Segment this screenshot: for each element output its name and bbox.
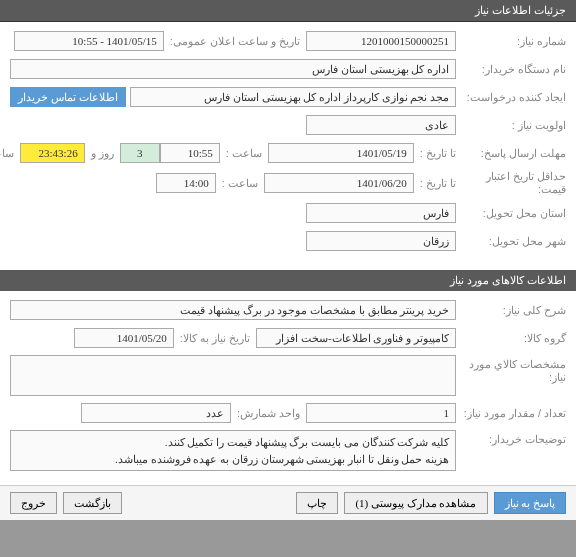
need-date-label: تاریخ نیاز به کالا:	[174, 332, 256, 345]
group-field[interactable]	[256, 328, 456, 348]
until-date-label-2: تا تاریخ :	[414, 177, 456, 190]
goods-section-header: اطلاعات کالاهای مورد نیاز	[0, 270, 576, 291]
validity-time-field[interactable]	[156, 173, 216, 193]
attachments-button[interactable]: مشاهده مدارک پیوستی (1)	[344, 492, 487, 514]
buyer-notes-label: توضیحات خریدار:	[456, 430, 566, 446]
desc-label: شرح کلی نیاز:	[456, 304, 566, 317]
group-label: گروه کالا:	[456, 332, 566, 345]
back-button[interactable]: بازگشت	[63, 492, 122, 514]
min-validity-label: حداقل تاریخ اعتبار قیمت:	[456, 170, 566, 196]
requester-label: ایجاد کننده درخواست:	[456, 91, 566, 104]
time-label-2: ساعت :	[216, 177, 264, 190]
province-field[interactable]	[306, 203, 456, 223]
footer-toolbar: پاسخ به نیاز مشاهده مدارک پیوستی (1) چاپ…	[0, 485, 576, 520]
province-label: استان محل تحویل:	[456, 207, 566, 220]
city-field[interactable]	[306, 231, 456, 251]
main-form: شماره نیاز: تاریخ و ساعت اعلان عمومی: نا…	[0, 22, 576, 266]
need-number-label: شماره نیاز:	[456, 35, 566, 48]
buyer-field[interactable]	[10, 59, 456, 79]
response-deadline-label: مهلت ارسال پاسخ:	[456, 147, 566, 160]
requester-field[interactable]	[130, 87, 457, 107]
buyer-label: نام دستگاه خریدار:	[456, 63, 566, 76]
time-label-1: ساعت :	[220, 147, 268, 160]
buyer-notes-field[interactable]	[10, 430, 456, 471]
validity-date-field[interactable]	[264, 173, 414, 193]
announce-field[interactable]	[14, 31, 164, 51]
priority-label: اولویت نیاز :	[456, 119, 566, 132]
priority-field[interactable]	[306, 115, 456, 135]
exit-button[interactable]: خروج	[10, 492, 57, 514]
spec-field[interactable]	[10, 355, 456, 396]
qty-field[interactable]	[306, 403, 456, 423]
spec-label: مشخصات كالاي مورد نياز:	[456, 355, 566, 384]
need-number-field[interactable]	[306, 31, 456, 51]
days-label: روز و	[85, 147, 120, 160]
desc-field[interactable]	[10, 300, 456, 320]
print-button[interactable]: چاپ	[296, 492, 338, 514]
window-title-bar: جزئیات اطلاعات نیاز	[0, 0, 576, 22]
buyer-contact-button[interactable]: اطلاعات تماس خریدار	[10, 87, 126, 107]
respond-button[interactable]: پاسخ به نیاز	[494, 492, 567, 514]
goods-form: شرح کلی نیاز: گروه کالا: تاریخ نیاز به ک…	[0, 291, 576, 485]
qty-label: تعداد / مقدار مورد نیاز:	[456, 407, 566, 420]
unit-field[interactable]	[81, 403, 231, 423]
remaining-label: ساعت باقی مانده	[0, 147, 20, 160]
response-date-field[interactable]	[268, 143, 414, 163]
time-remaining-field	[20, 143, 85, 163]
unit-label: واحد شمارش:	[231, 407, 306, 420]
response-time-field[interactable]	[160, 143, 220, 163]
goods-section-title: اطلاعات کالاهای مورد نیاز	[450, 274, 566, 286]
until-date-label: تا تاریخ :	[414, 147, 456, 160]
days-remaining-field	[120, 143, 160, 163]
announce-label: تاریخ و ساعت اعلان عمومی:	[164, 35, 306, 48]
window-title: جزئیات اطلاعات نیاز	[475, 4, 566, 16]
need-date-field[interactable]	[74, 328, 174, 348]
city-label: شهر محل تحویل:	[456, 235, 566, 248]
